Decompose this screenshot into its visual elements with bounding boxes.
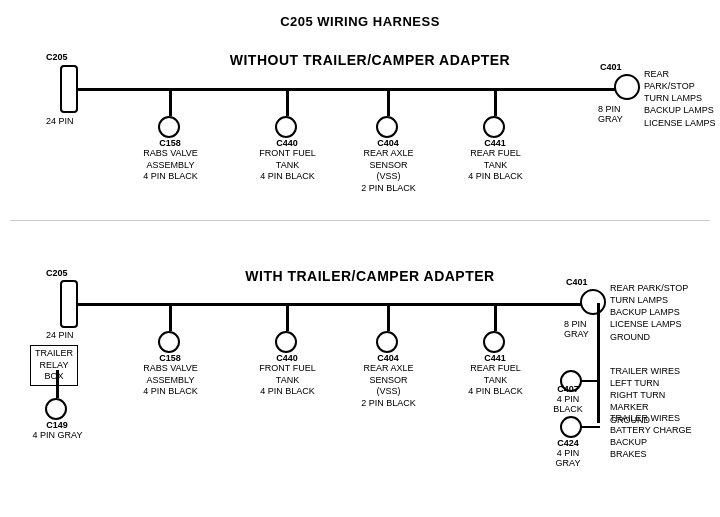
- c404-circle-s1: [376, 116, 398, 138]
- c149-circle: [45, 398, 67, 420]
- c158-circle-s2: [158, 331, 180, 353]
- hline-s1: [78, 88, 633, 91]
- c205-rect-s1: [60, 65, 78, 113]
- vline-c440-s2: [286, 303, 289, 331]
- c441-circle-s1: [483, 116, 505, 138]
- c401-desc-s2: REAR PARK/STOPTURN LAMPSBACKUP LAMPSLICE…: [610, 282, 688, 343]
- vline-right-branch: [597, 303, 600, 423]
- c205-label-s1: C205: [46, 52, 68, 63]
- vline-c441-s1: [494, 88, 497, 116]
- c424-color: GRAY: [544, 458, 592, 469]
- trailer-relay-box: TRAILERRELAYBOX: [30, 345, 78, 386]
- c205-pin-s1: 24 PIN: [46, 116, 74, 127]
- c401-desc-s1: REAR PARK/STOPTURN LAMPSBACKUP LAMPSLICE…: [644, 68, 720, 129]
- c424-desc: TRAILER WIRESBATTERY CHARGEBACKUPBRAKES: [610, 412, 692, 461]
- hline-c424: [580, 426, 600, 428]
- c404-desc-s1: REAR AXLESENSOR(VSS)2 PIN BLACK: [356, 148, 421, 195]
- vline-c404-s1: [387, 88, 390, 116]
- c158-desc-s1: RABS VALVEASSEMBLY4 PIN BLACK: [138, 148, 203, 183]
- c205-label-s2: C205: [46, 268, 68, 279]
- c441-circle-s2: [483, 331, 505, 353]
- vline-c149: [56, 370, 59, 398]
- c149-pin: 4 PIN GRAY: [25, 430, 90, 441]
- c424-circle: [560, 416, 582, 438]
- c401-color-s1: GRAY: [598, 114, 623, 125]
- hline-c407: [580, 380, 600, 382]
- c440-circle-s2: [275, 331, 297, 353]
- section2-label: WITH TRAILER/CAMPER ADAPTER: [100, 268, 640, 284]
- hline-s2: [78, 303, 598, 306]
- c401-circle-s1: [614, 74, 640, 100]
- divider: [10, 220, 710, 221]
- section1-label: WITHOUT TRAILER/CAMPER ADAPTER: [100, 52, 640, 68]
- c158-desc-s2: RABS VALVEASSEMBLY4 PIN BLACK: [138, 363, 203, 398]
- c407-color: BLACK: [544, 404, 592, 415]
- c440-desc-s1: FRONT FUELTANK4 PIN BLACK: [255, 148, 320, 183]
- c404-circle-s2: [376, 331, 398, 353]
- c404-desc-s2: REAR AXLESENSOR(VSS)2 PIN BLACK: [356, 363, 421, 410]
- vline-c158-s1: [169, 88, 172, 116]
- c441-desc-s1: REAR FUELTANK4 PIN BLACK: [463, 148, 528, 183]
- c401-label-s2: C401: [566, 277, 588, 288]
- c401-circle-s2: [580, 289, 606, 315]
- c158-circle-s1: [158, 116, 180, 138]
- vline-c404-s2: [387, 303, 390, 331]
- c401-color-s2: GRAY: [564, 329, 589, 340]
- vline-c440-s1: [286, 88, 289, 116]
- diagram-container: C205 WIRING HARNESS WITHOUT TRAILER/CAMP…: [0, 0, 720, 497]
- c440-circle-s1: [275, 116, 297, 138]
- page-title: C205 WIRING HARNESS: [0, 6, 720, 29]
- vline-c441-s2: [494, 303, 497, 331]
- c401-label-s1: C401: [600, 62, 622, 73]
- c440-desc-s2: FRONT FUELTANK4 PIN BLACK: [255, 363, 320, 398]
- vline-c158-s2: [169, 303, 172, 331]
- c205-rect-s2: [60, 280, 78, 328]
- c205-pin-s2: 24 PIN: [46, 330, 74, 341]
- c441-desc-s2: REAR FUELTANK4 PIN BLACK: [463, 363, 528, 398]
